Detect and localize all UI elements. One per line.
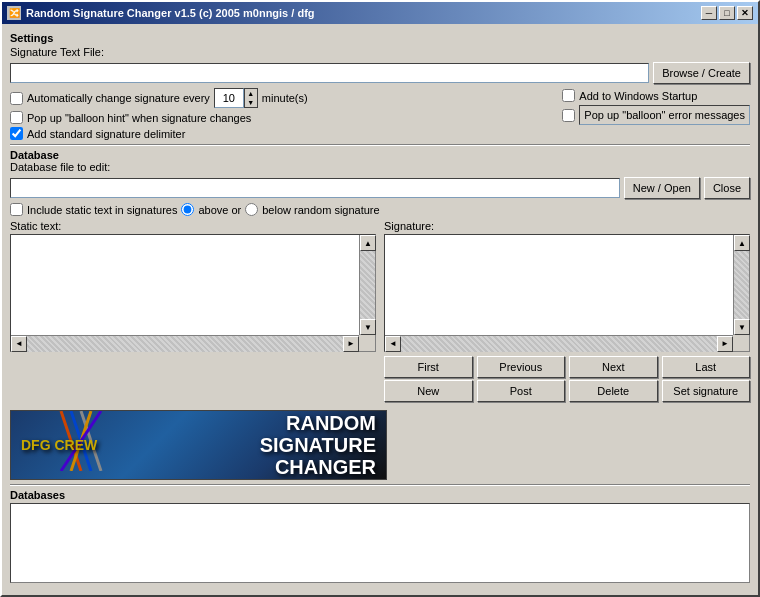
static-vscroll-up[interactable]: ▲ xyxy=(360,235,376,251)
new-open-button[interactable]: New / Open xyxy=(624,177,700,199)
banner-logo: DFG CREW xyxy=(21,437,97,454)
signature-input[interactable] xyxy=(385,235,733,330)
banner: DFG CREW RANDOM SIGNATURE CHANGER xyxy=(10,410,387,480)
spinner-container: ▲ ▼ xyxy=(214,88,258,108)
static-hscroll-right[interactable]: ► xyxy=(343,336,359,352)
above-label: above or xyxy=(198,204,241,216)
next-button[interactable]: Next xyxy=(569,356,658,378)
signature-content xyxy=(385,235,733,335)
delimiter-checkbox[interactable] xyxy=(10,127,23,140)
title-bar-buttons: ─ □ ✕ xyxy=(701,6,753,20)
banner-spacer xyxy=(395,406,750,480)
database-section: Database Database file to edit: New / Op… xyxy=(10,149,750,480)
include-static-row: Include static text in signatures above … xyxy=(10,203,750,216)
below-radio[interactable] xyxy=(245,203,258,216)
spinner-down-button[interactable]: ▼ xyxy=(245,98,257,107)
title-bar-text: 🔀 Random Signature Changer v1.5 (c) 2005… xyxy=(7,6,315,20)
databases-label: Databases xyxy=(10,489,750,501)
add-startup-checkbox[interactable] xyxy=(562,89,575,102)
sig-scroll-corner xyxy=(733,335,749,351)
title-bar: 🔀 Random Signature Changer v1.5 (c) 2005… xyxy=(2,2,758,24)
databases-section: Databases xyxy=(10,489,750,583)
static-text-label: Static text: xyxy=(10,220,376,232)
sig-vscroll-track[interactable] xyxy=(734,251,749,319)
settings-section: Settings Signature Text File: Browse / C… xyxy=(10,32,750,140)
maximize-button[interactable]: □ xyxy=(719,6,735,20)
add-startup-row: Add to Windows Startup xyxy=(562,89,750,102)
separator-2 xyxy=(10,484,750,485)
static-text-content xyxy=(11,235,359,335)
separator-1 xyxy=(10,144,750,145)
sig-hscroll-track[interactable] xyxy=(401,336,717,352)
banner-logo-text: DFG CREW xyxy=(21,437,97,454)
spinner-up-button[interactable]: ▲ xyxy=(245,89,257,98)
balloon-hint-label: Pop up "balloon hint" when signature cha… xyxy=(27,112,251,124)
signature-grid: ▲ ▼ ◄ ► xyxy=(384,234,750,352)
minimize-button[interactable]: ─ xyxy=(701,6,717,20)
below-label: below random signature xyxy=(262,204,379,216)
minutes-label: minute(s) xyxy=(262,92,308,104)
signature-panel: Signature: ▲ ▼ ◄ ► xyxy=(384,220,750,402)
static-text-grid: ▲ ▼ ◄ ► xyxy=(10,234,376,352)
main-content: Settings Signature Text File: Browse / C… xyxy=(2,24,758,587)
sig-hscroll-right[interactable]: ► xyxy=(717,336,733,352)
static-scroll-corner xyxy=(359,335,375,351)
balloon-error-checkbox[interactable] xyxy=(562,109,575,122)
app-icon: 🔀 xyxy=(7,6,21,20)
static-hscroll-track[interactable] xyxy=(27,336,343,352)
sig-file-input-row: Browse / Create xyxy=(10,62,750,84)
static-text-vscroll: ▲ ▼ xyxy=(359,235,375,335)
delimiter-label: Add standard signature delimiter xyxy=(27,128,185,140)
first-button[interactable]: First xyxy=(384,356,473,378)
add-startup-label: Add to Windows Startup xyxy=(579,90,697,102)
static-hscroll-left[interactable]: ◄ xyxy=(11,336,27,352)
browse-create-button[interactable]: Browse / Create xyxy=(653,62,750,84)
above-radio[interactable] xyxy=(181,203,194,216)
main-window: 🔀 Random Signature Changer v1.5 (c) 2005… xyxy=(0,0,760,597)
banner-title: RANDOM SIGNATURE CHANGER xyxy=(260,412,376,478)
sig-vscroll-up[interactable]: ▲ xyxy=(734,235,750,251)
static-text-panel: Static text: ▲ ▼ ◄ ► xyxy=(10,220,376,402)
nav-buttons-row2: New Post Delete Set signature xyxy=(384,380,750,402)
new-button[interactable]: New xyxy=(384,380,473,402)
close-db-button[interactable]: Close xyxy=(704,177,750,199)
signature-vscroll: ▲ ▼ xyxy=(733,235,749,335)
signature-hscroll: ◄ ► xyxy=(385,335,733,351)
balloon-error-row: Pop up "balloon" error messages xyxy=(562,105,750,125)
spinner-arrows: ▲ ▼ xyxy=(244,88,258,108)
balloon-error-button[interactable]: Pop up "balloon" error messages xyxy=(579,105,750,125)
sig-file-label: Signature Text File: xyxy=(10,46,104,58)
sig-hscroll-left[interactable]: ◄ xyxy=(385,336,401,352)
db-file-input[interactable] xyxy=(10,178,620,198)
delimiter-row: Add standard signature delimiter xyxy=(10,127,308,140)
auto-change-checkbox[interactable] xyxy=(10,92,23,105)
delete-button[interactable]: Delete xyxy=(569,380,658,402)
close-button[interactable]: ✕ xyxy=(737,6,753,20)
text-areas-section: Static text: ▲ ▼ ◄ ► xyxy=(10,220,750,402)
include-static-checkbox[interactable] xyxy=(10,203,23,216)
balloon-hint-row: Pop up "balloon hint" when signature cha… xyxy=(10,111,308,124)
databases-box[interactable] xyxy=(10,503,750,583)
bottom-panels: DFG CREW RANDOM SIGNATURE CHANGER xyxy=(10,406,750,480)
database-label: Database xyxy=(10,149,750,161)
post-button[interactable]: Post xyxy=(477,380,566,402)
include-static-label: Include static text in signatures xyxy=(27,204,177,216)
static-text-input[interactable] xyxy=(11,235,359,330)
sig-file-input[interactable] xyxy=(10,63,649,83)
set-signature-button[interactable]: Set signature xyxy=(662,380,751,402)
sig-vscroll-down[interactable]: ▼ xyxy=(734,319,750,335)
static-text-hscroll: ◄ ► xyxy=(11,335,359,351)
balloon-hint-checkbox[interactable] xyxy=(10,111,23,124)
previous-button[interactable]: Previous xyxy=(477,356,566,378)
static-vscroll-track[interactable] xyxy=(360,251,375,319)
settings-label: Settings xyxy=(10,32,750,44)
last-button[interactable]: Last xyxy=(662,356,751,378)
signature-label: Signature: xyxy=(384,220,750,232)
auto-change-row: Automatically change signature every ▲ ▼… xyxy=(10,88,308,108)
minutes-spinner[interactable] xyxy=(214,88,244,108)
db-file-input-row: New / Open Close xyxy=(10,177,750,199)
banner-title-text: RANDOM SIGNATURE CHANGER xyxy=(260,412,376,478)
auto-change-label: Automatically change signature every xyxy=(27,92,210,104)
db-file-label-row: Database file to edit: xyxy=(10,161,750,173)
static-vscroll-down[interactable]: ▼ xyxy=(360,319,376,335)
